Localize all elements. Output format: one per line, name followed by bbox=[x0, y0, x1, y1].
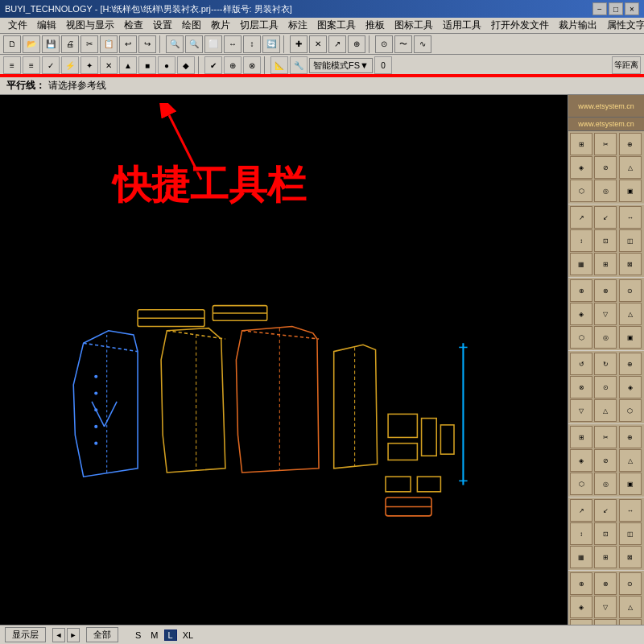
rp-tool-btn-3-8[interactable]: ⬡ bbox=[619, 399, 642, 422]
rp-tool-btn-2-8[interactable]: ▣ bbox=[619, 326, 642, 349]
app-maximize-btn[interactable]: □ bbox=[609, 2, 623, 15]
menu-item-视图与显示[interactable]: 视图与显示 bbox=[61, 18, 119, 33]
rp-tool-btn-6-8[interactable]: ▣ bbox=[619, 619, 642, 625]
rp-tool-btn-1-4[interactable]: ⊡ bbox=[594, 229, 617, 252]
rp-tool-btn-1-3[interactable]: ↕ bbox=[570, 229, 592, 252]
rp-tool-btn-0-0[interactable]: ⊞ bbox=[570, 133, 592, 155]
menu-item-裁片输出[interactable]: 裁片输出 bbox=[554, 18, 602, 33]
rp-tool-btn-4-4[interactable]: ⊘ bbox=[594, 449, 617, 472]
menu-item-属性文字大小[interactable]: 属性文字大小 bbox=[602, 18, 644, 33]
rp-tool-btn-5-2[interactable]: ↔ bbox=[619, 499, 642, 522]
rp-tool-btn-5-4[interactable]: ⊡ bbox=[594, 522, 617, 545]
rp-tool-btn-3-3[interactable]: ⊗ bbox=[570, 376, 592, 398]
size-item-M[interactable]: M bbox=[147, 630, 162, 641]
rp-tool-btn-3-1[interactable]: ↻ bbox=[594, 353, 617, 375]
toolbar1-btn-12[interactable]: ↔ bbox=[224, 35, 242, 53]
rp-tool-btn-0-2[interactable]: ⊕ bbox=[619, 133, 642, 155]
rp-tool-btn-6-1[interactable]: ⊗ bbox=[594, 572, 617, 595]
app-close-btn[interactable]: × bbox=[625, 2, 639, 15]
app-minimize-btn[interactable]: − bbox=[592, 2, 607, 15]
rp-tool-btn-0-6[interactable]: ⬡ bbox=[570, 180, 592, 202]
rp-tool-btn-6-0[interactable]: ⊕ bbox=[570, 572, 592, 595]
rp-tool-btn-5-3[interactable]: ↕ bbox=[570, 522, 592, 545]
rp-tool-btn-5-8[interactable]: ⊠ bbox=[619, 546, 642, 568]
rp-tool-btn-0-1[interactable]: ✂ bbox=[594, 133, 617, 155]
rp-tool-btn-6-4[interactable]: ▽ bbox=[594, 596, 617, 618]
toolbar2-btn-8[interactable]: ● bbox=[158, 56, 175, 74]
canvas-area[interactable]: 快捷工具栏 bbox=[0, 95, 568, 625]
toolbar1-btn-9[interactable]: 🔍 bbox=[166, 35, 184, 53]
toolbar1-btn-16[interactable]: ✚ bbox=[290, 35, 308, 53]
toolbar1-btn-5[interactable]: 📋 bbox=[100, 35, 118, 53]
rp-tool-btn-1-8[interactable]: ⊠ bbox=[619, 253, 642, 275]
rp-tool-btn-0-8[interactable]: ▣ bbox=[619, 180, 642, 202]
size-item-L[interactable]: L bbox=[164, 630, 177, 641]
nav-next-btn[interactable]: ► bbox=[67, 628, 80, 642]
toolbar2-btn-15[interactable]: 📐 bbox=[270, 56, 288, 74]
toolbar2-btn-4[interactable]: ✦ bbox=[80, 56, 98, 74]
rp-tool-btn-5-6[interactable]: ▦ bbox=[570, 546, 592, 568]
size-item-XL[interactable]: XL bbox=[179, 630, 197, 641]
rp-tool-btn-1-1[interactable]: ↙ bbox=[594, 206, 617, 229]
rp-tool-btn-3-7[interactable]: △ bbox=[594, 399, 617, 422]
display-layer-btn[interactable]: 显示层 bbox=[5, 627, 46, 642]
toolbar1-btn-17[interactable]: ✕ bbox=[309, 35, 327, 53]
menu-item-文件[interactable]: 文件 bbox=[3, 18, 32, 33]
toolbar1-btn-7[interactable]: ↪ bbox=[138, 35, 156, 53]
menu-item-标注[interactable]: 标注 bbox=[283, 18, 312, 33]
nav-prev-btn[interactable]: ◄ bbox=[52, 628, 65, 642]
rp-tool-btn-1-6[interactable]: ▦ bbox=[570, 253, 592, 275]
toolbar1-btn-14[interactable]: 🔄 bbox=[262, 35, 280, 53]
rp-tool-btn-2-6[interactable]: ⬡ bbox=[570, 326, 592, 349]
toolbar1-btn-10[interactable]: 🔍 bbox=[185, 35, 203, 53]
toolbar2-btn-3[interactable]: ⚡ bbox=[61, 56, 79, 74]
rp-tool-btn-6-5[interactable]: △ bbox=[619, 596, 642, 618]
toolbar2-btn-5[interactable]: ✕ bbox=[100, 56, 118, 74]
toolbar2-btn-11[interactable]: ✔ bbox=[204, 56, 222, 74]
toolbar1-btn-4[interactable]: ✂ bbox=[80, 35, 98, 53]
rp-tool-btn-2-2[interactable]: ⊙ bbox=[619, 279, 642, 302]
toolbar1-btn-0[interactable]: 🗋 bbox=[3, 35, 21, 53]
menu-item-绘图[interactable]: 绘图 bbox=[177, 18, 206, 33]
rp-tool-btn-3-0[interactable]: ↺ bbox=[570, 353, 592, 375]
rp-tool-btn-2-1[interactable]: ⊗ bbox=[594, 279, 617, 302]
rp-tool-btn-2-4[interactable]: ▽ bbox=[594, 303, 617, 325]
rp-tool-btn-6-2[interactable]: ⊙ bbox=[619, 572, 642, 595]
smart-mode-selector[interactable]: 智能模式FS▼ bbox=[309, 58, 373, 73]
rp-tool-btn-2-5[interactable]: △ bbox=[619, 303, 642, 325]
rp-tool-btn-4-8[interactable]: ▣ bbox=[619, 473, 642, 495]
toolbar1-btn-18[interactable]: ↗ bbox=[328, 35, 346, 53]
menu-item-设置[interactable]: 设置 bbox=[148, 18, 177, 33]
size-item-S[interactable]: S bbox=[131, 630, 145, 641]
rp-tool-btn-0-5[interactable]: △ bbox=[619, 156, 642, 179]
toolbar1-btn-22[interactable]: 〜 bbox=[394, 35, 412, 53]
menu-item-切层工具[interactable]: 切层工具 bbox=[235, 18, 283, 33]
menu-item-教片[interactable]: 教片 bbox=[206, 18, 235, 33]
rp-tool-btn-4-5[interactable]: △ bbox=[619, 449, 642, 472]
rp-tool-btn-5-5[interactable]: ◫ bbox=[619, 522, 642, 545]
rp-tool-btn-4-7[interactable]: ◎ bbox=[594, 473, 617, 495]
all-btn[interactable]: 全部 bbox=[86, 627, 118, 642]
menu-item-推板[interactable]: 推板 bbox=[361, 18, 390, 33]
toolbar1-btn-13[interactable]: ↕ bbox=[243, 35, 261, 53]
rp-tool-btn-2-7[interactable]: ◎ bbox=[594, 326, 617, 349]
rp-tool-btn-6-3[interactable]: ◈ bbox=[570, 596, 592, 618]
rp-tool-btn-1-2[interactable]: ↔ bbox=[619, 206, 642, 229]
rp-tool-btn-3-5[interactable]: ◈ bbox=[619, 376, 642, 398]
toolbar2-btn-2[interactable]: ✓ bbox=[42, 56, 60, 74]
toolbar1-btn-3[interactable]: 🖨 bbox=[61, 35, 79, 53]
rp-tool-btn-2-3[interactable]: ◈ bbox=[570, 303, 592, 325]
toolbar1-btn-1[interactable]: 📂 bbox=[23, 35, 40, 53]
rp-tool-btn-5-7[interactable]: ⊞ bbox=[594, 546, 617, 568]
rp-tool-btn-3-6[interactable]: ▽ bbox=[570, 399, 592, 422]
rp-tool-btn-4-3[interactable]: ◈ bbox=[570, 449, 592, 472]
rp-tool-btn-4-2[interactable]: ⊕ bbox=[619, 426, 642, 448]
rp-tool-btn-6-6[interactable]: ⬡ bbox=[570, 619, 592, 625]
toolbar2-btn-12[interactable]: ⊕ bbox=[224, 56, 242, 74]
menu-item-编辑[interactable]: 编辑 bbox=[32, 18, 61, 33]
rp-tool-btn-0-4[interactable]: ⊘ bbox=[594, 156, 617, 179]
rp-tool-btn-1-5[interactable]: ◫ bbox=[619, 229, 642, 252]
rp-tool-btn-0-3[interactable]: ◈ bbox=[570, 156, 592, 179]
rp-tool-btn-4-6[interactable]: ⬡ bbox=[570, 473, 592, 495]
toolbar2-btn-16[interactable]: 🔧 bbox=[290, 56, 308, 74]
